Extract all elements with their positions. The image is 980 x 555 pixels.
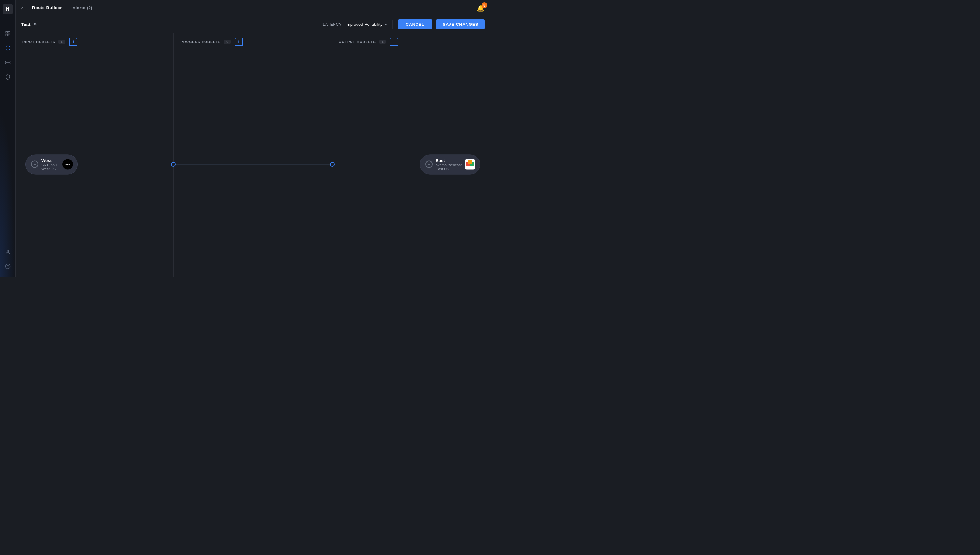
svg-rect-12 — [468, 160, 472, 164]
sidebar-item-dashboard[interactable] — [2, 28, 14, 40]
sidebar-item-security[interactable] — [2, 71, 14, 83]
tab-bar: ‹ Route Builder Alerts (0) 🔔 5 — [21, 0, 485, 16]
sidebar-item-profile[interactable] — [2, 246, 14, 258]
tab-alerts[interactable]: Alerts (0) — [67, 1, 98, 15]
svg-rect-2 — [6, 34, 7, 36]
process-column: PROCESS HUBLETS 0 + — [174, 33, 332, 278]
input-column-count: 1 — [59, 40, 65, 44]
input-connector-right — [171, 162, 176, 167]
connection-svg — [174, 51, 332, 278]
input-hublet-region: West US — [42, 167, 59, 171]
input-column-title: INPUT HUBLETS — [22, 40, 55, 44]
cancel-button[interactable]: CANCEL — [398, 19, 432, 29]
tab-route-builder[interactable]: Route Builder — [27, 1, 67, 15]
input-column-header: INPUT HUBLETS 1 + — [16, 33, 173, 51]
canvas: INPUT HUBLETS 1 + − West SRT Input West … — [16, 33, 490, 278]
main-content: ‹ Route Builder Alerts (0) 🔔 5 Test ✎ LA… — [16, 0, 490, 278]
input-hublet-name: West — [42, 158, 59, 163]
app-logo: H — [3, 4, 13, 14]
chevron-down-icon: ▾ — [385, 22, 387, 26]
sidebar-bottom — [2, 245, 14, 274]
svg-rect-1 — [8, 31, 10, 33]
svg-rect-0 — [6, 31, 7, 33]
latency-label: LATENCY: — [323, 22, 343, 27]
output-connector-left — [330, 162, 334, 167]
process-column-header: PROCESS HUBLETS 0 + — [174, 33, 332, 51]
output-column-count: 1 — [379, 40, 386, 44]
output-hublet-name: East — [436, 158, 462, 163]
input-hublet-type: SRT Input — [42, 163, 59, 167]
add-process-button[interactable]: + — [235, 38, 243, 46]
notification-bell[interactable]: 🔔 5 — [476, 4, 485, 12]
output-column-title: OUTPUT HUBLETS — [339, 40, 376, 44]
output-hublet-type: akamai webcast — [436, 163, 462, 167]
input-column-body: − West SRT Input West US SRT — [16, 51, 173, 278]
sidebar-divider-1 — [4, 24, 12, 24]
input-column: INPUT HUBLETS 1 + − West SRT Input West … — [16, 33, 174, 278]
route-name-text: Test — [21, 22, 31, 27]
notification-badge: 5 — [481, 2, 488, 8]
sidebar-item-layers[interactable] — [2, 56, 14, 68]
process-column-body — [174, 51, 332, 278]
svg-rect-3 — [8, 34, 10, 36]
header: ‹ Route Builder Alerts (0) 🔔 5 Test ✎ LA… — [16, 0, 490, 33]
output-hublet-logo — [465, 159, 475, 170]
output-column-header: OUTPUT HUBLETS 1 + — [332, 33, 490, 51]
output-column-body: − East akamai webcast East US — [332, 51, 490, 278]
latency-value: Improved Reliability — [345, 22, 382, 27]
output-hublet-info: East akamai webcast East US — [436, 158, 462, 171]
output-hublet[interactable]: − East akamai webcast East US — [420, 154, 480, 174]
svg-rect-5 — [5, 63, 10, 64]
svg-point-6 — [7, 250, 9, 252]
input-hublet-logo: SRT — [62, 159, 73, 170]
add-output-button[interactable]: + — [390, 38, 398, 46]
svg-rect-4 — [5, 61, 10, 63]
save-button[interactable]: SAVE CHANGES — [436, 19, 485, 29]
sidebar-item-help[interactable] — [2, 260, 14, 272]
output-column: OUTPUT HUBLETS 1 + − East akamai webcast… — [332, 33, 490, 278]
route-name: Test ✎ — [21, 22, 37, 27]
latency-selector[interactable]: LATENCY: Improved Reliability ▾ — [319, 20, 393, 29]
process-column-title: PROCESS HUBLETS — [180, 40, 221, 44]
edit-icon[interactable]: ✎ — [33, 22, 37, 27]
input-hublet[interactable]: − West SRT Input West US SRT — [26, 154, 78, 174]
canvas-wrapper: INPUT HUBLETS 1 + − West SRT Input West … — [16, 33, 490, 278]
input-hublet-remove[interactable]: − — [31, 161, 38, 168]
add-input-button[interactable]: + — [69, 38, 77, 46]
input-hublet-info: West SRT Input West US — [42, 158, 59, 171]
output-hublet-region: East US — [436, 167, 462, 171]
output-hublet-remove[interactable]: − — [425, 161, 433, 168]
sidebar-item-routes[interactable] — [2, 42, 14, 54]
toolbar: Test ✎ LATENCY: Improved Reliability ▾ C… — [21, 16, 485, 33]
sidebar: H — [0, 0, 16, 278]
process-column-count: 0 — [224, 40, 231, 44]
back-button[interactable]: ‹ — [21, 0, 27, 16]
